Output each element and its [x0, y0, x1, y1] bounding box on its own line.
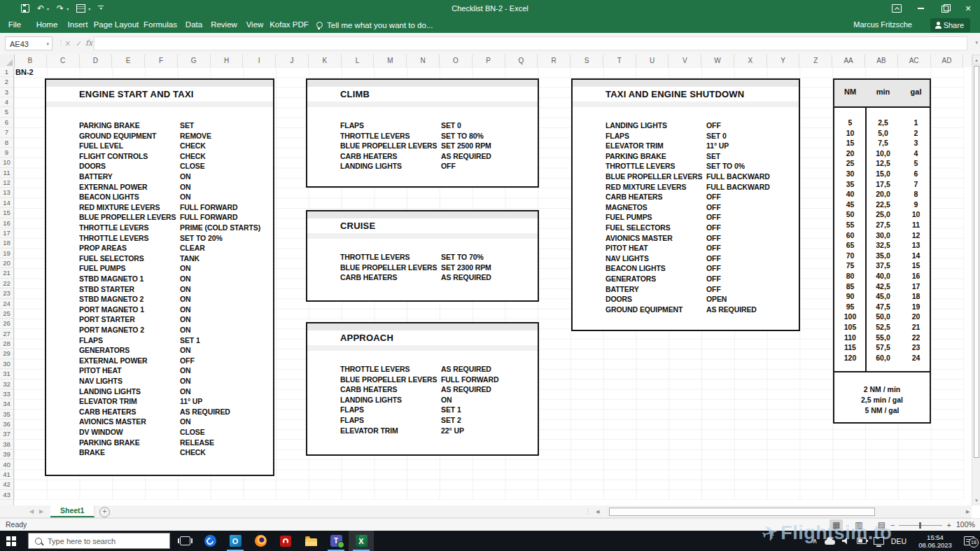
row-header-3[interactable]: 3 — [0, 88, 13, 97]
horizontal-scroll-thumb[interactable] — [609, 508, 875, 516]
start-button[interactable] — [0, 531, 28, 551]
row-header-11[interactable]: 11 — [0, 168, 13, 178]
row-header-38[interactable]: 38 — [0, 440, 13, 449]
ribbon-tab-view[interactable]: View — [246, 17, 264, 33]
network-display-icon[interactable] — [874, 537, 884, 545]
row-header-21[interactable]: 21 — [0, 268, 13, 278]
row-header-29[interactable]: 29 — [0, 349, 13, 358]
row-header-4[interactable]: 4 — [0, 97, 13, 107]
clock[interactable]: 15:54 08.06.2023 — [913, 533, 957, 549]
taskbar-slot-task-view-icon[interactable] — [172, 531, 197, 551]
ribbon-tab-kofax-pdf[interactable]: Kofax PDF — [270, 17, 309, 33]
restore-button[interactable] — [932, 0, 956, 17]
taskbar-slot-outlook-icon[interactable]: O — [223, 531, 248, 551]
name-box[interactable]: AE43 ▾ — [5, 36, 52, 50]
column-header-O[interactable]: O — [440, 55, 472, 67]
sheet-tab-sheet1[interactable]: Sheet1 — [50, 505, 94, 517]
tell-me-box[interactable]: Tell me what you want to do... — [316, 17, 433, 33]
row-header-12[interactable]: 12 — [0, 178, 13, 188]
insert-function-icon[interactable]: fx — [85, 36, 92, 50]
row-header-10[interactable]: 10 — [0, 158, 13, 167]
column-header-D[interactable]: D — [80, 55, 113, 67]
onedrive-icon[interactable] — [825, 540, 835, 545]
action-center-icon[interactable]: 18 — [964, 536, 974, 545]
ribbon-tab-home[interactable]: Home — [36, 17, 58, 33]
column-header-Q[interactable]: Q — [505, 55, 538, 67]
row-header-22[interactable]: 22 — [0, 279, 13, 288]
vertical-scrollbar[interactable]: ▲ ▼ — [972, 55, 980, 505]
row-header-24[interactable]: 24 — [0, 299, 13, 309]
add-sheet-button[interactable]: + — [99, 507, 110, 517]
ribbon-tab-review[interactable]: Review — [211, 17, 237, 33]
taskbar-slot-excel-icon[interactable]: X — [349, 531, 374, 551]
column-header-E[interactable]: E — [112, 55, 145, 67]
column-header-P[interactable]: P — [472, 55, 505, 67]
formula-input[interactable] — [94, 36, 967, 50]
taskbar-slot-teams-icon[interactable]: T — [323, 531, 349, 551]
scroll-down-icon[interactable]: ▼ — [972, 496, 980, 505]
row-header-15[interactable]: 15 — [0, 208, 13, 218]
taskbar-slot-firefox-icon[interactable] — [248, 531, 273, 551]
column-header-N[interactable]: N — [407, 55, 440, 67]
next-sheet-icon[interactable]: ▶ — [39, 505, 43, 518]
row-header-23[interactable]: 23 — [0, 288, 13, 298]
row-header-33[interactable]: 33 — [0, 389, 13, 399]
zoom-in-icon[interactable]: + — [946, 521, 951, 529]
column-header-B[interactable]: B — [14, 55, 47, 67]
row-header-13[interactable]: 13 — [0, 188, 13, 197]
zoom-level[interactable]: 100% — [956, 520, 975, 529]
cancel-entry-icon[interactable]: ✕ — [64, 36, 71, 50]
volume-icon[interactable] — [842, 538, 850, 545]
column-headers[interactable]: BCDEFGHIJKLMNOPQRSTUVWXYZAAABACAD — [0, 55, 972, 68]
row-headers[interactable]: 1234567891011121314151617181920212223242… — [0, 67, 14, 505]
language-indicator[interactable]: DEU — [891, 537, 906, 545]
column-header-K[interactable]: K — [309, 55, 342, 67]
zoom-out-icon[interactable]: − — [890, 521, 895, 529]
row-header-14[interactable]: 14 — [0, 198, 13, 208]
prev-sheet-icon[interactable]: ◀ — [29, 505, 34, 518]
cell-b1[interactable]: BN-2 — [15, 68, 34, 76]
chevron-up-icon[interactable]: ∧ — [813, 537, 818, 545]
taskbar-slot-file-explorer-icon[interactable] — [298, 531, 323, 551]
ribbon-tab-page-layout[interactable]: Page Layout — [94, 17, 139, 33]
column-header-V[interactable]: V — [668, 55, 701, 67]
column-header-W[interactable]: W — [701, 55, 734, 67]
ribbon-tab-insert[interactable]: Insert — [68, 17, 88, 33]
row-header-16[interactable]: 16 — [0, 218, 13, 228]
row-header-5[interactable]: 5 — [0, 107, 13, 117]
column-header-AA[interactable]: AA — [832, 55, 865, 67]
row-header-25[interactable]: 25 — [0, 309, 13, 319]
row-header-41[interactable]: 41 — [0, 470, 13, 480]
name-box-dropdown-icon[interactable]: ▾ — [46, 37, 49, 51]
column-header-M[interactable]: M — [374, 55, 407, 67]
confirm-entry-icon[interactable]: ✓ — [76, 36, 82, 50]
row-header-40[interactable]: 40 — [0, 460, 13, 470]
taskbar-search-input[interactable]: Type here to search — [28, 533, 170, 549]
normal-view-icon[interactable]: ▦ — [830, 519, 843, 531]
expand-formula-bar-icon[interactable]: ▾ — [975, 40, 978, 46]
row-header-36[interactable]: 36 — [0, 419, 13, 429]
row-header-28[interactable]: 28 — [0, 339, 13, 349]
minimize-button[interactable] — [909, 0, 932, 17]
ribbon-tab-formulas[interactable]: Formulas — [144, 17, 177, 33]
column-header-S[interactable]: S — [570, 55, 603, 67]
column-header-H[interactable]: H — [211, 55, 244, 67]
row-header-43[interactable]: 43 — [0, 490, 13, 500]
column-header-X[interactable]: X — [734, 55, 767, 67]
row-header-35[interactable]: 35 — [0, 410, 13, 419]
user-name[interactable]: Marcus Fritzsche — [853, 17, 912, 33]
row-header-31[interactable]: 31 — [0, 369, 13, 379]
column-header-J[interactable]: J — [276, 55, 309, 67]
row-header-17[interactable]: 17 — [0, 228, 13, 238]
column-header-G[interactable]: G — [178, 55, 211, 67]
row-header-19[interactable]: 19 — [0, 249, 13, 258]
ribbon-display-options-button[interactable] — [885, 0, 909, 17]
page-break-preview-icon[interactable]: ▤ — [875, 519, 888, 531]
scrollbar-resize-handle[interactable]: ⋮ — [585, 508, 592, 515]
row-header-2[interactable]: 2 — [0, 77, 13, 87]
row-header-37[interactable]: 37 — [0, 429, 13, 439]
row-header-9[interactable]: 9 — [0, 148, 13, 158]
column-header-L[interactable]: L — [342, 55, 374, 67]
share-button[interactable]: Share — [930, 18, 970, 32]
scroll-right-icon[interactable]: ▶ — [966, 505, 969, 518]
